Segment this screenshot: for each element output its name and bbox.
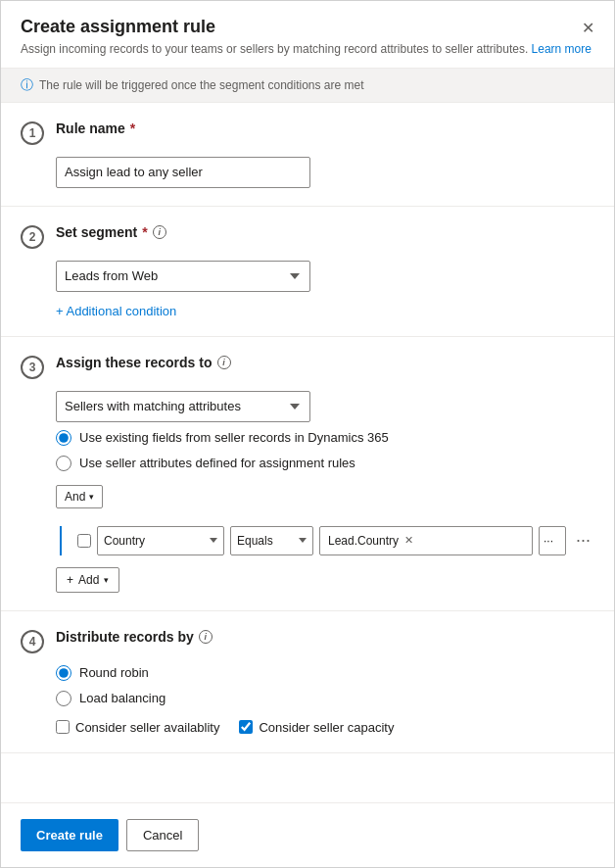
- radio-existing-fields-input[interactable]: [56, 430, 71, 446]
- checkbox-row: Consider seller availablity Consider sel…: [56, 720, 594, 735]
- condition-row: Country Equals Lead.Country ✕ ···: [70, 526, 594, 555]
- radio-seller-attributes-label: Use seller attributes defined for assign…: [79, 456, 355, 470]
- radio-round-robin-input[interactable]: [56, 665, 71, 681]
- capacity-label: Consider seller capacity: [259, 720, 394, 735]
- modal-footer: Create rule Cancel: [1, 802, 614, 867]
- radio-round-robin[interactable]: Round robin: [56, 665, 594, 681]
- step4-content: Round robin Load balancing Consider sell…: [21, 665, 594, 735]
- rule-name-input[interactable]: [56, 157, 310, 188]
- step2-header: 2 Set segment * i: [21, 224, 594, 249]
- condition-ellipsis[interactable]: ···: [572, 530, 594, 551]
- required-star: *: [130, 121, 135, 136]
- info-banner: ⓘ The rule will be triggered once the se…: [1, 69, 614, 103]
- step2-section: 2 Set segment * i Leads from Web + Addit…: [1, 207, 614, 337]
- step4-circle: 4: [21, 630, 44, 653]
- step1-circle: 1: [21, 121, 44, 145]
- availability-label: Consider seller availablity: [75, 720, 219, 735]
- required-star-2: *: [142, 224, 147, 240]
- modal-subtitle: Assign incoming records to your teams or…: [21, 41, 594, 58]
- step4-info-icon[interactable]: i: [199, 630, 213, 644]
- step2-circle: 2: [21, 225, 44, 249]
- radio-seller-attributes-input[interactable]: [56, 456, 71, 471]
- create-assignment-rule-modal: Create assignment rule Assign incoming r…: [0, 0, 615, 868]
- lead-country-value: Lead.Country: [328, 534, 399, 548]
- learn-more-link[interactable]: Learn more: [532, 42, 591, 56]
- chevron-down-icon: ▾: [89, 492, 94, 502]
- step2-content: Leads from Web + Additional condition: [21, 261, 594, 318]
- plus-icon: +: [67, 573, 73, 587]
- condition-area: And ▾ Country Equals: [56, 485, 594, 593]
- condition-operator-dropdown[interactable]: Equals: [230, 526, 313, 555]
- info-icon: ⓘ: [21, 76, 33, 94]
- capacity-checkbox-item: Consider seller capacity: [239, 720, 394, 735]
- step1-label: Rule name *: [56, 121, 135, 136]
- radio-load-balancing[interactable]: Load balancing: [56, 691, 594, 706]
- step4-label: Distribute records by i: [56, 629, 213, 645]
- segment-dropdown[interactable]: Leads from Web: [56, 261, 310, 292]
- step2-label: Set segment * i: [56, 224, 166, 240]
- step3-circle: 3: [21, 356, 44, 379]
- radio-round-robin-label: Round robin: [79, 665, 149, 680]
- condition-container: Country Equals Lead.Country ✕ ···: [60, 526, 594, 555]
- step2-info-icon[interactable]: i: [153, 225, 166, 239]
- add-condition-button[interactable]: + Additional condition: [56, 304, 176, 318]
- step3-radio-group: Use existing fields from seller records …: [56, 430, 594, 471]
- capacity-checkbox[interactable]: [239, 720, 253, 734]
- step4-header: 4 Distribute records by i: [21, 629, 594, 653]
- modal-title: Create assignment rule: [21, 17, 594, 37]
- add-button[interactable]: + Add ▾: [56, 567, 119, 593]
- and-dropdown[interactable]: And ▾: [56, 485, 103, 508]
- lead-country-chip: Lead.Country ✕: [319, 526, 533, 555]
- radio-existing-fields[interactable]: Use existing fields from seller records …: [56, 430, 594, 446]
- step4-radio-group: Round robin Load balancing: [56, 665, 594, 706]
- modal-body: 1 Rule name * 2 Set segment * i: [1, 103, 614, 802]
- availability-checkbox-item: Consider seller availablity: [56, 720, 219, 735]
- step3-info-icon[interactable]: i: [217, 356, 231, 369]
- step4-section: 4 Distribute records by i Round robin Lo…: [1, 611, 614, 753]
- radio-seller-attributes[interactable]: Use seller attributes defined for assign…: [56, 456, 594, 471]
- add-label: Add: [78, 573, 99, 587]
- step3-label: Assign these records to i: [56, 355, 231, 370]
- radio-load-balancing-input[interactable]: [56, 691, 71, 706]
- add-chevron-icon: ▾: [104, 575, 109, 585]
- step1-content: [21, 157, 594, 188]
- condition-more-dropdown[interactable]: ···: [539, 526, 566, 555]
- step3-header: 3 Assign these records to i: [21, 355, 594, 379]
- assign-to-dropdown[interactable]: Sellers with matching attributes: [56, 391, 310, 422]
- step1-section: 1 Rule name *: [1, 103, 614, 207]
- step1-header: 1 Rule name *: [21, 121, 594, 145]
- cancel-button[interactable]: Cancel: [126, 819, 199, 851]
- step3-section: 3 Assign these records to i Sellers with…: [1, 337, 614, 611]
- step3-content: Sellers with matching attributes Use exi…: [21, 391, 594, 593]
- info-banner-text: The rule will be triggered once the segm…: [39, 78, 364, 92]
- chip-remove-icon[interactable]: ✕: [404, 534, 413, 547]
- availability-checkbox[interactable]: [56, 720, 70, 734]
- create-rule-button[interactable]: Create rule: [21, 819, 118, 851]
- radio-existing-fields-label: Use existing fields from seller records …: [79, 430, 389, 445]
- modal-header: Create assignment rule Assign incoming r…: [1, 1, 614, 69]
- radio-load-balancing-label: Load balancing: [79, 691, 166, 705]
- close-button[interactable]: ✕: [578, 15, 598, 41]
- condition-checkbox[interactable]: [77, 534, 91, 548]
- add-condition-label: + Additional condition: [56, 304, 176, 318]
- condition-field-dropdown[interactable]: Country: [97, 526, 224, 555]
